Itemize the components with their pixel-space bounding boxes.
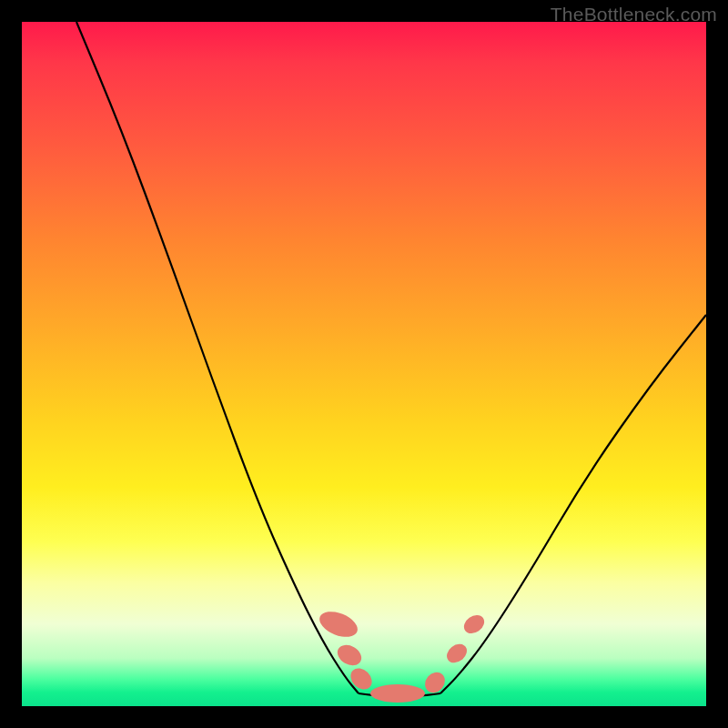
bead-marker: [347, 664, 377, 694]
curve-valley-floor: [359, 693, 440, 696]
chart-plot-area: [22, 22, 706, 706]
curve-right-branch: [440, 315, 706, 693]
bottleneck-curve: [22, 22, 706, 706]
bead-marker: [370, 684, 425, 703]
bead-marker: [316, 607, 361, 642]
bead-markers: [316, 607, 488, 703]
bead-marker: [443, 641, 470, 667]
bead-marker: [421, 668, 450, 696]
bead-marker: [334, 641, 365, 669]
curve-left-branch: [76, 22, 359, 693]
bead-marker: [460, 612, 488, 638]
